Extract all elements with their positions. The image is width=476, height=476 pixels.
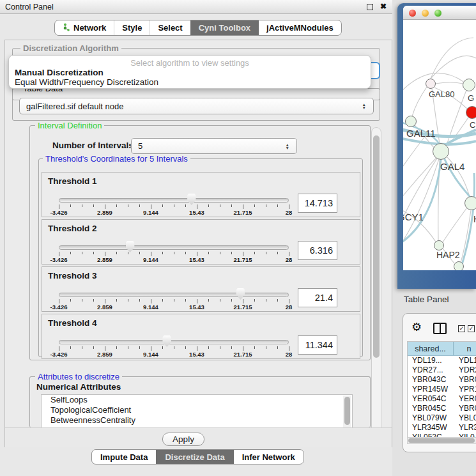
attribute-list-item[interactable]: TopologicalCoefficient (42, 405, 352, 415)
cell-name[interactable]: YDL1 (454, 356, 476, 365)
settings-scrollbar[interactable] (371, 127, 381, 445)
column-header-name[interactable]: n (454, 342, 476, 355)
tab-network[interactable]: Network (55, 20, 114, 35)
tab-cyni-toolbox[interactable]: Cyni Toolbox (190, 20, 258, 35)
tick-mark (116, 204, 117, 207)
cell-name[interactable]: YDR2 (454, 365, 476, 375)
traffic-light-zoom-icon[interactable] (434, 10, 441, 17)
tick-mark (231, 299, 232, 302)
tick-mark (128, 204, 128, 207)
apply-button[interactable]: Apply (162, 433, 204, 446)
checkbox-icon[interactable]: ✓ (458, 325, 465, 332)
threshold-slider-thumb[interactable] (236, 288, 245, 300)
table-row[interactable]: YLR345WYLR3 (408, 423, 476, 433)
network-node[interactable] (454, 261, 464, 270)
cell-shared-name[interactable]: YBR043C (408, 375, 454, 385)
cell-name[interactable]: YBL0 (454, 413, 476, 423)
cell-name[interactable]: YER0 (454, 394, 476, 404)
gear-icon[interactable]: ⚙ (411, 320, 422, 334)
table-row[interactable]: YBR045CYBR0 (408, 404, 476, 413)
checkbox-icon[interactable]: ✓ (468, 325, 475, 332)
table-data-combobox[interactable]: galFiltered.sif default node ▲▼ (19, 98, 374, 114)
split-view-icon[interactable] (433, 323, 447, 334)
cell-shared-name[interactable]: YBL079W (408, 413, 454, 423)
scrollbar-thumb[interactable] (408, 438, 475, 443)
float-window-icon[interactable] (367, 4, 373, 10)
tick-mark (70, 252, 71, 254)
tab-infer-network[interactable]: Infer Network (233, 450, 303, 464)
cyni-toolbox-panel: Discretization Algorithm Select algorith… (4, 40, 392, 447)
cell-shared-name[interactable]: YDL19... (408, 356, 454, 365)
cell-name[interactable]: YIL0 (454, 433, 476, 437)
scrollbar-thumb[interactable] (344, 397, 350, 425)
cell-shared-name[interactable]: YDR27... (408, 365, 454, 375)
tab-impute-data[interactable]: Impute Data (92, 450, 156, 464)
table-header-row[interactable]: shared... n (408, 342, 476, 356)
cell-shared-name[interactable]: YLR345W (408, 423, 454, 433)
threshold-1-panel: Threshold 1-3.4262.8599.14415.4321.71528… (42, 172, 360, 217)
tick-mark (93, 299, 94, 302)
threshold-slider-track[interactable] (59, 293, 289, 297)
network-window-titlebar[interactable] (403, 6, 476, 20)
cell-shared-name[interactable]: YIL052C (408, 433, 454, 437)
table-row[interactable]: YDL19...YDL1 (408, 356, 476, 365)
tab-discretize-data[interactable]: Discretize Data (156, 450, 233, 464)
table-row[interactable]: YBL079WYBL0 (408, 413, 476, 423)
cell-shared-name[interactable]: YBR045C (408, 404, 454, 413)
cell-shared-name[interactable]: YER054C (408, 394, 454, 404)
network-node[interactable] (463, 79, 475, 91)
close-icon[interactable]: ✖ (380, 2, 387, 11)
cell-name[interactable]: YBR0 (454, 404, 476, 413)
threshold-value-field[interactable]: 14.713 (298, 194, 337, 213)
tick-mark (208, 252, 209, 254)
table-row[interactable]: YER054CYER0 (408, 394, 476, 404)
network-canvas[interactable]: GAL80GCGAL11GAL4GCY1HHAP2 (403, 20, 476, 270)
tab-select[interactable]: Select (150, 20, 190, 35)
network-node[interactable] (433, 143, 449, 160)
algorithm-option-equal-width[interactable]: Equal Width/Frequency Discretization (9, 77, 371, 87)
traffic-light-close-icon[interactable] (409, 10, 416, 17)
attributes-scrollbar[interactable] (343, 395, 351, 428)
network-node[interactable] (434, 240, 444, 250)
tick-mark (116, 252, 117, 254)
table-row[interactable]: YPR145WYPR1 (408, 385, 476, 394)
threshold-value-field[interactable]: 21.4 (298, 288, 337, 307)
threshold-slider-thumb[interactable] (187, 194, 196, 205)
cell-name[interactable]: YPR1 (454, 385, 476, 394)
attribute-list-item[interactable]: BetweennessCentrality (42, 415, 352, 426)
traffic-light-minimize-icon[interactable] (422, 10, 429, 17)
tick-mark (162, 204, 163, 207)
threshold-slider-track[interactable] (59, 198, 289, 203)
tab-style[interactable]: Style (114, 20, 150, 35)
node-table[interactable]: shared... n YDL19...YDL1YDR27...YDR2YBR0… (407, 341, 476, 437)
network-node[interactable] (464, 196, 476, 210)
tab-jactivemnodules[interactable]: jActiveMNodules (258, 20, 341, 35)
threshold-value-field[interactable]: 6.316 (298, 241, 337, 260)
algorithm-option-manual[interactable]: Manual Discretization (9, 68, 371, 77)
scrollbar-thumb[interactable] (373, 135, 380, 358)
column-header-shared-name[interactable]: shared... (408, 342, 454, 355)
table-row[interactable]: YIL052CYIL0 (408, 433, 476, 437)
table-horizontal-scrollbar[interactable] (407, 437, 476, 444)
threshold-slider-track[interactable] (59, 245, 289, 250)
cell-shared-name[interactable]: YPR145W (408, 385, 454, 394)
table-row[interactable]: YBR043CYBR0 (408, 375, 476, 385)
tick-mark (220, 252, 220, 254)
threshold-2-panel: Threshold 2-3.4262.8599.14415.4321.71528… (42, 219, 360, 265)
threshold-slider-track[interactable] (59, 340, 289, 344)
attribute-list-item[interactable]: SelfLoops (42, 395, 352, 405)
network-node[interactable] (426, 79, 436, 89)
table-row[interactable]: YDR27...YDR2 (408, 365, 476, 375)
cell-name[interactable]: YLR3 (454, 423, 476, 433)
network-tab-icon (63, 23, 70, 33)
network-node[interactable] (466, 106, 476, 119)
network-node[interactable] (405, 116, 417, 127)
threshold-slider-thumb[interactable] (162, 335, 171, 347)
threshold-value-field[interactable]: 11.344 (298, 335, 337, 355)
scale-label: 9.144 (143, 209, 158, 216)
cell-name[interactable]: YBR0 (454, 375, 476, 385)
threshold-slider-thumb[interactable] (126, 241, 135, 252)
tick-mark (254, 299, 255, 302)
number-of-intervals-combobox[interactable]: 5 ▲▼ (131, 138, 297, 154)
numerical-attributes-list[interactable]: SelfLoopsTopologicalCoefficientBetweenne… (41, 394, 353, 428)
